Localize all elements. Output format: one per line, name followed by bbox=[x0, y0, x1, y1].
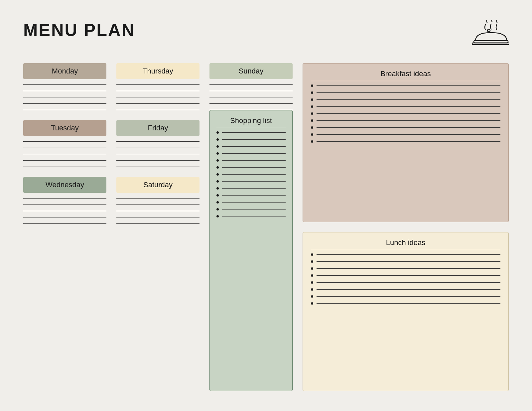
lunch-item-6 bbox=[311, 288, 500, 291]
bullet-dot bbox=[311, 295, 313, 298]
friday-line-1 bbox=[116, 141, 200, 142]
bullet-dot bbox=[311, 105, 313, 108]
monday-line-4 bbox=[23, 103, 106, 104]
page: MENU PLAN bbox=[0, 0, 532, 411]
bullet-dot bbox=[311, 267, 313, 270]
bullet-dot bbox=[216, 180, 219, 183]
breakfast-item-9 bbox=[311, 140, 500, 143]
thursday-line-3 bbox=[116, 97, 200, 97]
shopping-item-10 bbox=[216, 194, 286, 197]
monday-section: Monday bbox=[23, 63, 106, 110]
thursday-section: Thursday bbox=[116, 63, 200, 110]
thursday-line-5 bbox=[116, 110, 200, 110]
lunch-item-7 bbox=[311, 295, 500, 298]
bullet-dot bbox=[311, 126, 313, 129]
saturday-header: Saturday bbox=[116, 177, 200, 193]
col-left: Monday Tuesday bbox=[23, 63, 106, 391]
wednesday-line-3 bbox=[23, 211, 106, 211]
breakfast-title: Breakfast ideas bbox=[311, 69, 500, 81]
food-icon bbox=[469, 20, 509, 50]
shopping-item-7 bbox=[216, 173, 286, 176]
breakfast-ideas-box: Breakfast ideas bbox=[303, 63, 509, 222]
thursday-line-2 bbox=[116, 91, 200, 91]
wednesday-line-5 bbox=[23, 223, 106, 224]
bullet-dot bbox=[216, 166, 219, 169]
saturday-line-4 bbox=[116, 217, 200, 217]
bullet-dot bbox=[311, 253, 313, 256]
monday-lines bbox=[23, 84, 106, 110]
shopping-item-1 bbox=[216, 131, 286, 134]
wednesday-lines bbox=[23, 198, 106, 224]
bullet-dot bbox=[216, 131, 219, 134]
bullet-dot bbox=[311, 133, 313, 136]
friday-header: Friday bbox=[116, 120, 200, 136]
lunch-list bbox=[311, 253, 500, 305]
friday-section: Friday bbox=[116, 120, 200, 167]
main-grid: Monday Tuesday bbox=[23, 63, 509, 391]
monday-header: Monday bbox=[23, 63, 106, 79]
thursday-lines bbox=[116, 84, 200, 110]
bullet-dot bbox=[311, 288, 313, 291]
sunday-line-2 bbox=[209, 91, 293, 91]
bullet-dot bbox=[216, 187, 219, 190]
saturday-section: Saturday bbox=[116, 177, 200, 224]
shopping-list bbox=[216, 131, 286, 217]
wednesday-line-2 bbox=[23, 205, 106, 205]
shopping-item-3 bbox=[216, 145, 286, 148]
lunch-item-5 bbox=[311, 281, 500, 284]
wednesday-line-4 bbox=[23, 217, 106, 217]
friday-line-4 bbox=[116, 160, 200, 161]
breakfast-list bbox=[311, 84, 500, 143]
bullet-dot bbox=[311, 98, 313, 101]
tuesday-line-3 bbox=[23, 154, 106, 154]
shopping-item-5 bbox=[216, 159, 286, 162]
bullet-dot bbox=[311, 91, 313, 94]
friday-line-2 bbox=[116, 148, 200, 148]
monday-line-5 bbox=[23, 110, 106, 110]
friday-line-3 bbox=[116, 154, 200, 154]
svg-rect-2 bbox=[472, 43, 509, 45]
wednesday-line-1 bbox=[23, 198, 106, 199]
shopping-item-8 bbox=[216, 180, 286, 183]
shopping-item-11 bbox=[216, 201, 286, 204]
monday-line-2 bbox=[23, 91, 106, 91]
tuesday-section: Tuesday bbox=[23, 120, 106, 167]
sunday-lines bbox=[209, 84, 293, 110]
shopping-item-4 bbox=[216, 152, 286, 155]
shopping-item-13 bbox=[216, 215, 286, 217]
lunch-ideas-box: Lunch ideas bbox=[303, 232, 509, 391]
tuesday-line-4 bbox=[23, 160, 106, 161]
breakfast-item-3 bbox=[311, 98, 500, 101]
friday-line-5 bbox=[116, 167, 200, 167]
lunch-item-8 bbox=[311, 302, 500, 305]
tuesday-header: Tuesday bbox=[23, 120, 106, 136]
header: MENU PLAN bbox=[23, 20, 509, 50]
sunday-line-4 bbox=[209, 103, 293, 104]
breakfast-item-2 bbox=[311, 91, 500, 94]
bullet-dot bbox=[311, 274, 313, 277]
bullet-dot bbox=[311, 281, 313, 284]
shopping-item-9 bbox=[216, 187, 286, 190]
sunday-line-3 bbox=[209, 97, 293, 97]
shopping-item-12 bbox=[216, 208, 286, 210]
thursday-header: Thursday bbox=[116, 63, 200, 79]
page-title: MENU PLAN bbox=[23, 20, 135, 40]
shopping-list-box: Shopping list bbox=[209, 110, 293, 391]
bullet-dot bbox=[216, 152, 219, 155]
bullet-dot bbox=[311, 84, 313, 87]
svg-point-1 bbox=[487, 29, 490, 32]
breakfast-item-6 bbox=[311, 119, 500, 122]
bullet-dot bbox=[216, 173, 219, 176]
lunch-item-1 bbox=[311, 253, 500, 256]
breakfast-item-8 bbox=[311, 133, 500, 136]
bullet-dot bbox=[311, 260, 313, 263]
breakfast-item-5 bbox=[311, 112, 500, 115]
sunday-section: Sunday bbox=[209, 63, 293, 110]
monday-line-3 bbox=[23, 97, 106, 97]
breakfast-item-1 bbox=[311, 84, 500, 87]
lunch-item-4 bbox=[311, 274, 500, 277]
tuesday-lines bbox=[23, 141, 106, 167]
breakfast-item-7 bbox=[311, 126, 500, 129]
thursday-line-4 bbox=[116, 103, 200, 104]
bullet-dot bbox=[311, 140, 313, 143]
